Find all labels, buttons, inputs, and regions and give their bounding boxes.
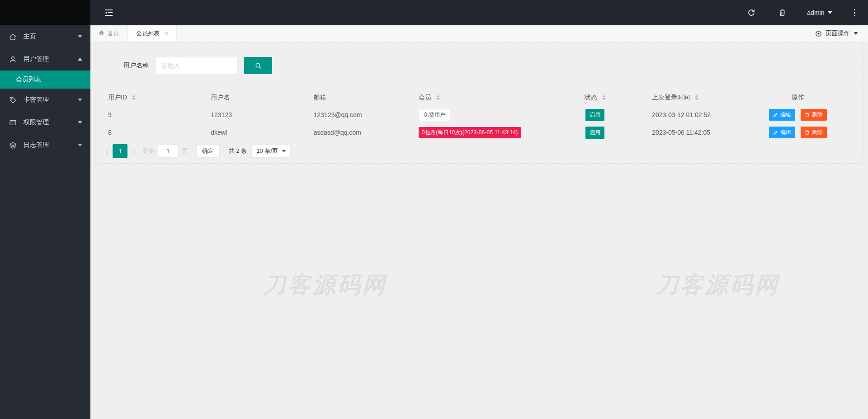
chevron-down-icon <box>854 32 858 34</box>
cell-user-id: 9 <box>101 106 204 124</box>
user-menu[interactable]: admin <box>807 9 832 16</box>
prev-page-icon[interactable]: ‹ <box>101 147 113 155</box>
sidebar-item-card-management[interactable]: 卡密管理 <box>0 89 90 111</box>
main-area: 首页 会员列表 × 页面操作 用户名称 <box>90 0 868 419</box>
log-icon <box>9 141 17 149</box>
top-navbar: admin <box>0 0 868 25</box>
sidebar-item-home[interactable]: 主页 <box>0 25 90 48</box>
sidebar-subitem-label: 会员列表 <box>16 75 41 84</box>
pencil-icon <box>773 130 778 135</box>
logo-area <box>0 0 90 25</box>
cell-member: 免费用户 <box>411 106 545 124</box>
jump-prefix-label: 到第 <box>143 147 155 155</box>
cell-user-id: 8 <box>101 124 204 141</box>
column-header-status[interactable]: 状态 <box>545 89 645 106</box>
close-icon[interactable]: × <box>165 30 168 37</box>
search-form: 用户名称 <box>123 57 857 74</box>
cell-last-login: 2023-05-06 11:42:05 <box>645 124 740 141</box>
tab-home[interactable]: 首页 <box>90 25 128 42</box>
page-size-select[interactable]: 10 条/页 <box>251 144 291 158</box>
sidebar-item-user-management[interactable]: 用户管理 <box>0 48 90 71</box>
chevron-down-icon <box>78 121 82 124</box>
column-header-member[interactable]: 会员 <box>411 89 545 106</box>
sort-icon[interactable] <box>436 95 440 100</box>
table-row: 9 123123 123123@qq.com 免费用户 启用 2023-03-1… <box>101 106 857 124</box>
refresh-icon[interactable] <box>745 7 757 19</box>
member-badge: 0包月(每日10次)(2023-06-05 11:43:14) <box>419 127 521 138</box>
cell-status: 启用 <box>545 124 645 141</box>
jump-suffix-label: 页 <box>182 147 188 155</box>
trash-icon <box>805 130 810 135</box>
tab-label: 首页 <box>108 29 119 38</box>
dot-circle-icon <box>815 30 822 37</box>
sidebar-item-member-list[interactable]: 会员列表 <box>0 71 90 89</box>
cell-actions: 编辑 删除 <box>739 106 856 124</box>
sidebar: 主页 用户管理 会员列表 卡密管理 权限管理 日志管理 <box>0 25 90 419</box>
sidebar-item-label: 主页 <box>24 33 36 41</box>
cell-member: 0包月(每日10次)(2023-06-05 11:43:14) <box>411 124 545 141</box>
trash-icon[interactable] <box>776 7 788 19</box>
search-icon <box>255 62 262 70</box>
page-actions-label: 页面操作 <box>826 29 850 38</box>
cell-actions: 编辑 删除 <box>739 124 856 141</box>
table-row: 8 dkewl asdasd@qq.com 0包月(每日10次)(2023-06… <box>101 124 857 141</box>
sidebar-item-permission-management[interactable]: 权限管理 <box>0 111 90 134</box>
status-badge: 启用 <box>585 127 604 139</box>
navbar-right: admin <box>745 7 858 19</box>
column-header-last-login[interactable]: 上次登录时间 <box>645 89 740 106</box>
member-table: 用户ID 用户名 邮箱 会员 状态 <box>101 89 857 141</box>
sidebar-item-label: 权限管理 <box>24 118 49 127</box>
menu-fold-icon[interactable] <box>103 7 115 19</box>
tag-icon <box>9 96 17 104</box>
delete-button[interactable]: 删除 <box>801 109 827 121</box>
delete-button[interactable]: 删除 <box>801 127 827 138</box>
pencil-icon <box>773 113 778 118</box>
next-page-icon[interactable]: › <box>127 147 139 155</box>
edit-button[interactable]: 编辑 <box>769 109 795 121</box>
cell-status: 启用 <box>545 106 645 124</box>
home-icon <box>99 30 104 37</box>
home-icon <box>9 33 17 41</box>
page-actions-button[interactable]: 页面操作 <box>805 25 868 42</box>
table-header-row: 用户ID 用户名 邮箱 会员 状态 <box>101 89 857 106</box>
sort-icon[interactable] <box>602 95 606 100</box>
sidebar-item-label: 用户管理 <box>24 55 49 63</box>
tab-member-list[interactable]: 会员列表 × <box>128 25 177 42</box>
column-header-username: 用户名 <box>204 89 307 106</box>
more-vertical-icon[interactable] <box>851 7 859 19</box>
trash-icon <box>805 112 810 118</box>
current-page-button[interactable]: 1 <box>113 144 127 158</box>
pagination: ‹ 1 › 到第 页 确定 共 2 条 10 条/页 <box>101 144 857 158</box>
sidebar-item-log-management[interactable]: 日志管理 <box>0 134 90 156</box>
confirm-button[interactable]: 确定 <box>196 144 220 158</box>
sidebar-item-label: 日志管理 <box>24 141 49 149</box>
status-badge: 启用 <box>585 109 604 121</box>
content-panel: 用户名称 用户ID <box>95 42 863 164</box>
cell-email: asdasd@qq.com <box>307 124 411 141</box>
chevron-down-icon <box>282 150 286 152</box>
member-badge: 免费用户 <box>419 109 450 121</box>
watermark-text: 刀客源码网 <box>656 270 780 300</box>
cell-username: 123123 <box>204 106 307 124</box>
user-icon <box>9 56 17 63</box>
search-button[interactable] <box>244 57 272 74</box>
watermark-text: 刀客源码网 <box>263 270 387 300</box>
chevron-down-icon <box>78 35 82 38</box>
sort-icon[interactable] <box>132 95 136 100</box>
sidebar-item-label: 卡密管理 <box>24 96 49 104</box>
search-label: 用户名称 <box>123 61 149 70</box>
page-jump-input[interactable] <box>158 144 179 158</box>
edit-button[interactable]: 编辑 <box>769 127 795 138</box>
sort-icon[interactable] <box>695 95 698 100</box>
tab-label: 会员列表 <box>136 29 160 38</box>
cell-username: dkewl <box>204 124 307 141</box>
chevron-up-icon <box>78 58 82 61</box>
search-input[interactable] <box>155 57 237 74</box>
total-count-label: 共 2 条 <box>229 147 247 155</box>
navbar-main: admin <box>90 0 868 25</box>
chevron-down-icon <box>78 144 82 146</box>
column-header-user-id[interactable]: 用户ID <box>101 89 204 106</box>
cell-email: 123123@qq.com <box>307 106 411 124</box>
username: admin <box>807 9 824 16</box>
chevron-down-icon <box>828 11 832 14</box>
